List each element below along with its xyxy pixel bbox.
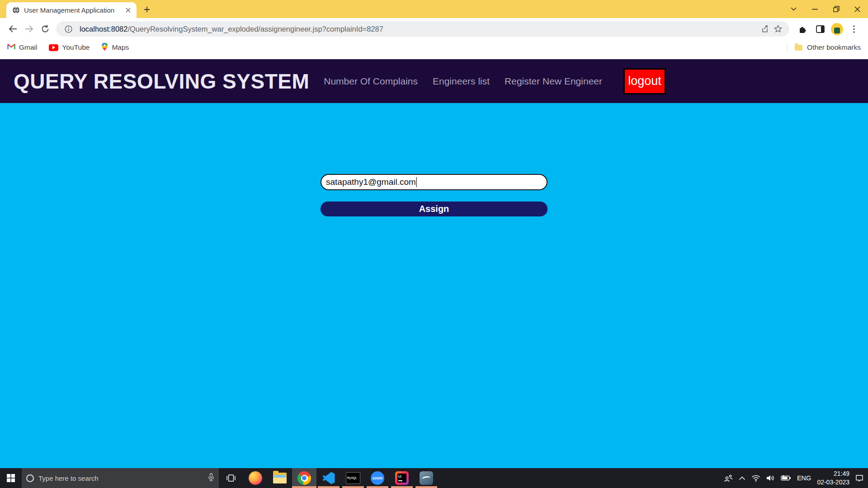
- url-path: /QueryResolvingSystem_war_exploded/assig…: [127, 25, 383, 33]
- browser-menu-icon[interactable]: [847, 22, 861, 36]
- other-bookmarks[interactable]: Other bookmarks: [787, 43, 861, 52]
- screen: User Management Application: [0, 0, 868, 488]
- browser-tab[interactable]: User Management Application: [6, 2, 137, 18]
- window-controls: [783, 0, 868, 18]
- browser-toolbar: localhost:8082/QueryResolvingSystem_war_…: [0, 18, 868, 40]
- bookmark-maps[interactable]: Maps: [101, 42, 129, 53]
- wifi-icon[interactable]: [751, 475, 760, 482]
- gmail-icon: [7, 43, 15, 52]
- tray-chevron-up-icon[interactable]: [739, 476, 745, 480]
- maximize-button[interactable]: [826, 0, 847, 18]
- mysql-cli-icon[interactable]: MySQL: [341, 468, 365, 488]
- running-indicator: [415, 486, 437, 488]
- assign-engineer-main: satapathy1@gmail.com Assign: [0, 103, 868, 468]
- volume-icon[interactable]: [766, 474, 775, 482]
- site-nav: Number Of Complains Engineers list Regis…: [324, 68, 666, 94]
- forward-button[interactable]: [21, 21, 37, 37]
- bookmark-label: Maps: [112, 43, 129, 52]
- other-bookmarks-label: Other bookmarks: [807, 43, 861, 52]
- zoom-icon[interactable]: zoom: [365, 468, 390, 488]
- clock[interactable]: 21:49 02-03-2023: [817, 469, 849, 487]
- text-caret: [416, 177, 417, 187]
- page-title: QUERY RESOLVING SYSTEM: [14, 69, 309, 94]
- minimize-button[interactable]: [804, 0, 826, 18]
- bookmarks-divider: [787, 43, 788, 52]
- language-indicator[interactable]: ENG: [797, 474, 811, 482]
- url-host: localhost:8082: [80, 25, 127, 33]
- avatar-image: [834, 28, 840, 33]
- start-button[interactable]: [0, 468, 22, 488]
- close-window-button[interactable]: [847, 0, 868, 18]
- nav-register-new-engineer[interactable]: Register New Engineer: [505, 76, 602, 87]
- youtube-icon: [49, 44, 58, 51]
- new-tab-button[interactable]: [140, 3, 154, 16]
- nav-number-of-complains[interactable]: Number Of Complains: [324, 76, 418, 87]
- system-tray: ENG 21:49 02-03-2023: [724, 468, 868, 488]
- running-indicator: [367, 486, 388, 488]
- tab-search-chevron-icon[interactable]: [783, 0, 804, 18]
- toolbar-right-icons: [792, 22, 863, 36]
- taskbar-search-box[interactable]: Type here to search: [22, 468, 219, 488]
- email-value: satapathy1@gmail.com: [326, 177, 416, 187]
- intellij-icon[interactable]: IJ: [390, 468, 414, 488]
- running-indicator: [342, 486, 364, 488]
- running-indicator: [391, 486, 413, 488]
- bookmark-gmail[interactable]: Gmail: [7, 43, 37, 52]
- bookmark-youtube[interactable]: YouTube: [49, 43, 90, 52]
- assign-button-label: Assign: [419, 204, 449, 214]
- assign-button[interactable]: Assign: [321, 202, 547, 216]
- web-page: QUERY RESOLVING SYSTEM Number Of Complai…: [0, 55, 868, 468]
- url-text: localhost:8082/QueryResolvingSystem_war_…: [80, 25, 758, 33]
- browser-tabstrip: User Management Application: [0, 0, 868, 18]
- running-indicator: [292, 486, 316, 488]
- page-info-icon[interactable]: [61, 22, 75, 36]
- chrome-icon[interactable]: [292, 468, 316, 488]
- task-view-button[interactable]: [219, 468, 243, 488]
- running-indicator: [318, 486, 340, 488]
- maps-pin-icon: [101, 42, 108, 53]
- page-top-margin: [0, 55, 868, 59]
- bookmark-star-icon[interactable]: [771, 22, 785, 36]
- action-center-icon[interactable]: [855, 474, 863, 482]
- address-bar[interactable]: localhost:8082/QueryResolvingSystem_war_…: [56, 21, 789, 37]
- logout-button[interactable]: logout: [623, 68, 666, 94]
- file-explorer-icon[interactable]: [268, 468, 292, 488]
- nav-engineers-list[interactable]: Engineers list: [433, 76, 490, 87]
- cortana-icon: [26, 474, 34, 482]
- site-header: QUERY RESOLVING SYSTEM Number Of Complai…: [0, 59, 868, 103]
- vscode-icon[interactable]: [316, 468, 341, 488]
- tab-title: User Management Application: [24, 6, 120, 14]
- people-icon[interactable]: [724, 474, 733, 482]
- bookmark-label: Gmail: [19, 43, 37, 52]
- bookmark-label: YouTube: [62, 43, 90, 52]
- search-placeholder: Type here to search: [38, 474, 203, 482]
- microphone-icon[interactable]: [208, 473, 214, 483]
- folder-icon: [795, 45, 802, 51]
- reload-button[interactable]: [37, 21, 53, 37]
- profile-avatar[interactable]: [831, 23, 843, 35]
- extensions-puzzle-icon[interactable]: [796, 22, 809, 36]
- clock-time: 21:49: [817, 469, 849, 478]
- firefox-icon[interactable]: [243, 468, 268, 488]
- windows-taskbar: Type here to search MySQL zoom: [0, 468, 868, 488]
- mysql-workbench-icon[interactable]: [414, 468, 439, 488]
- globe-favicon-icon: [12, 6, 20, 14]
- bookmarks-bar: Gmail YouTube Maps: [0, 40, 868, 55]
- share-icon[interactable]: [758, 22, 771, 36]
- back-button[interactable]: [5, 21, 21, 37]
- battery-icon[interactable]: [781, 475, 791, 481]
- engineer-email-input[interactable]: satapathy1@gmail.com: [321, 174, 547, 190]
- clock-date: 02-03-2023: [817, 478, 849, 487]
- tab-close-icon[interactable]: [124, 6, 132, 14]
- side-panel-icon[interactable]: [813, 22, 827, 36]
